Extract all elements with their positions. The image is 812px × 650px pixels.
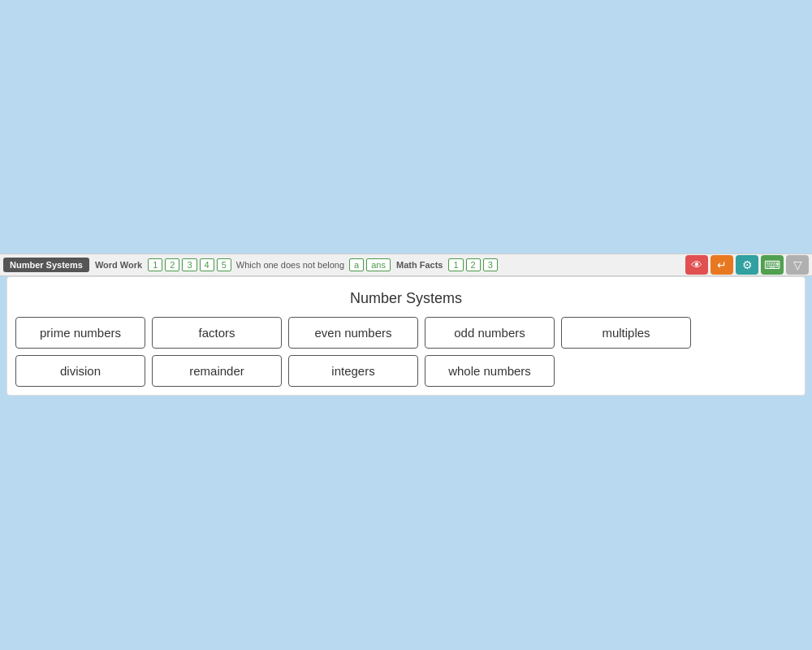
word-card-even-numbers[interactable]: even numbers [288,317,418,349]
tab-which-ans[interactable]: ans [366,258,391,271]
keyboard-icon: ⌨ [764,258,780,271]
tab-number-systems[interactable]: Number Systems [3,258,89,272]
enter-icon: ↵ [717,258,727,271]
tab-math-facts-2[interactable]: 2 [466,258,481,271]
word-card-remainder[interactable]: remainder [152,355,282,387]
toolbar-enter-button[interactable]: ↵ [710,255,733,275]
panel-title: Number Systems [15,285,797,317]
word-row-2: division remainder integers whole number… [15,355,797,387]
toolbar-eye-button[interactable]: 👁 [685,255,708,275]
word-card-prime-numbers[interactable]: prime numbers [15,317,145,349]
chevron-down-icon: ▽ [793,258,802,271]
word-row-1: prime numbers factors even numbers odd n… [15,317,797,349]
tab-word-work-1[interactable]: 1 [148,258,162,271]
which-label: Which one does not belong [234,260,347,270]
tab-math-facts-1[interactable]: 1 [448,258,463,271]
word-card-factors[interactable]: factors [152,317,282,349]
word-card-division[interactable]: division [15,355,145,387]
eye-icon: 👁 [691,258,702,271]
tab-math-facts-3[interactable]: 3 [483,258,498,271]
word-card-whole-numbers[interactable]: whole numbers [425,355,555,387]
settings-icon: ⚙ [742,258,753,271]
tab-which-a[interactable]: a [349,258,364,271]
word-work-label: Word Work [92,260,145,270]
word-card-odd-numbers[interactable]: odd numbers [425,317,555,349]
tab-word-work-3[interactable]: 3 [182,258,197,271]
toolbar-settings-button[interactable]: ⚙ [736,255,758,275]
word-card-integers[interactable]: integers [288,355,418,387]
tab-word-work-2[interactable]: 2 [165,258,179,271]
toolbar-keyboard-button[interactable]: ⌨ [761,255,784,275]
toolbar-down-button[interactable]: ▽ [786,255,809,275]
tab-word-work-4[interactable]: 4 [200,258,214,271]
math-facts-label: Math Facts [393,260,446,270]
word-grid: prime numbers factors even numbers odd n… [15,317,797,387]
toolbar-right: 👁 ↵ ⚙ ⌨ ▽ [685,254,812,276]
tab-word-work-5[interactable]: 5 [217,258,231,271]
word-card-multiples[interactable]: multiples [561,317,691,349]
content-panel: Number Systems prime numbers factors eve… [6,276,806,396]
